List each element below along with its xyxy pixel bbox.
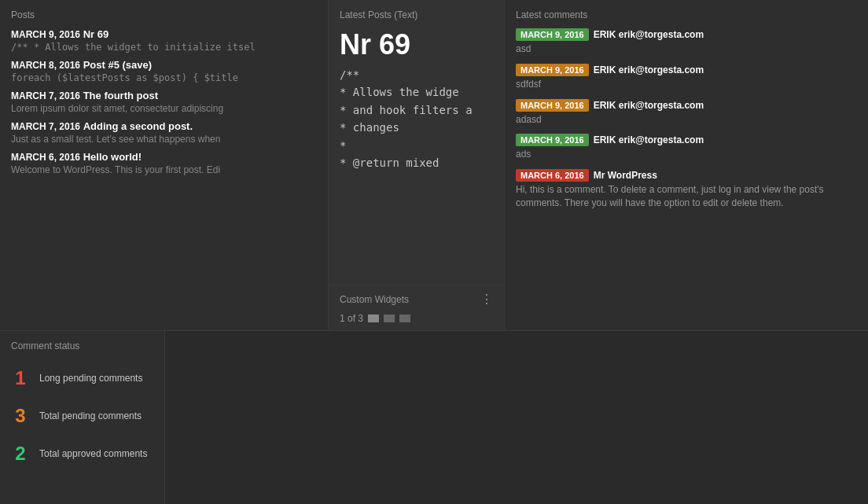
comment-date-badge: MARCH 6, 2016 xyxy=(516,169,589,182)
code-line: /** xyxy=(340,66,493,83)
post-title[interactable]: Hello world! xyxy=(83,151,142,163)
latest-posts-code: /** * Allows the widge * and hook filter… xyxy=(340,66,493,171)
post-item-header: MARCH 7, 2016 The fourth post xyxy=(11,90,317,101)
status-label: Total approved comments xyxy=(39,448,147,459)
comment-text: Hi, this is a comment. To delete a comme… xyxy=(516,183,857,210)
custom-widgets-label: Custom Widgets xyxy=(340,294,409,305)
comment-item: MARCH 9, 2016 ERIK erik@torgesta.com asd xyxy=(516,28,857,56)
post-title[interactable]: Post #5 (save) xyxy=(83,59,152,71)
comment-item: MARCH 9, 2016 ERIK erik@torgesta.com ada… xyxy=(516,99,857,127)
status-item: 1 Long pending comments xyxy=(11,359,153,397)
post-item-header: MARCH 6, 2016 Hello world! xyxy=(11,151,317,163)
pagination-row: 1 of 3 xyxy=(329,310,504,330)
bottom-right-empty xyxy=(165,330,868,504)
post-date: MARCH 9, 2016 xyxy=(11,29,80,40)
code-line: * changes xyxy=(340,119,493,136)
comment-text: sdfdsf xyxy=(516,78,857,91)
comment-header: MARCH 9, 2016 ERIK erik@torgesta.com xyxy=(516,64,857,76)
comments-list: MARCH 9, 2016 ERIK erik@torgesta.com asd… xyxy=(516,28,857,210)
pagination-dot-3[interactable] xyxy=(399,315,410,322)
latest-comments-panel: Latest comments MARCH 9, 2016 ERIK erik@… xyxy=(505,0,868,330)
comment-author: ERIK erik@torgesta.com xyxy=(594,134,704,145)
code-line: * xyxy=(340,137,493,154)
comment-author: ERIK erik@torgesta.com xyxy=(594,29,704,40)
code-line: * @return mixed xyxy=(340,154,493,171)
post-item: MARCH 7, 2016 Adding a second post. Just… xyxy=(11,120,317,145)
post-preview: Just as a small test. Let's see what hap… xyxy=(11,134,317,145)
status-label: Total pending comments xyxy=(39,410,142,421)
post-item: MARCH 7, 2016 The fourth post Lorem ipsu… xyxy=(11,90,317,114)
post-preview: Welcome to WordPress. This is your first… xyxy=(11,164,317,175)
status-item: 3 Total pending comments xyxy=(11,397,153,435)
latest-posts-bottom: Custom Widgets ⋮ 1 of 3 xyxy=(329,285,504,330)
post-item-header: MARCH 8, 2016 Post #5 (save) xyxy=(11,59,317,71)
comment-item: MARCH 9, 2016 ERIK erik@torgesta.com ads xyxy=(516,134,857,161)
main-layout: Posts MARCH 9, 2016 Nr 69 /** * Allows t… xyxy=(0,0,868,504)
comment-status-panel: Comment status 1 Long pending comments 3… xyxy=(0,330,165,504)
pagination-dot-1[interactable] xyxy=(368,315,379,322)
post-title[interactable]: Adding a second post. xyxy=(83,120,193,132)
status-label: Long pending comments xyxy=(39,373,142,384)
latest-comments-title: Latest comments xyxy=(516,9,857,20)
comment-text: adasd xyxy=(516,113,857,127)
status-number: 1 xyxy=(11,367,30,389)
code-line: * Allows the widge xyxy=(340,83,493,101)
post-item-header: MARCH 9, 2016 Nr 69 xyxy=(11,28,317,40)
custom-widgets-menu-icon[interactable]: ⋮ xyxy=(480,292,493,307)
status-list: 1 Long pending comments 3 Total pending … xyxy=(11,359,153,473)
post-preview: /** * Allows the widget to initialize it… xyxy=(11,42,317,53)
status-number: 3 xyxy=(11,405,30,427)
comment-date-badge: MARCH 9, 2016 xyxy=(516,99,589,112)
post-item: MARCH 9, 2016 Nr 69 /** * Allows the wid… xyxy=(11,28,317,53)
post-title[interactable]: The fourth post xyxy=(83,90,158,101)
post-title[interactable]: Nr 69 xyxy=(83,28,109,40)
comment-status-title: Comment status xyxy=(11,340,153,351)
comment-author: ERIK erik@torgesta.com xyxy=(594,100,704,111)
post-date: MARCH 7, 2016 xyxy=(11,121,80,132)
comment-date-badge: MARCH 9, 2016 xyxy=(516,28,589,41)
latest-posts-number: Nr 69 xyxy=(340,28,493,61)
bottom-row: Comment status 1 Long pending comments 3… xyxy=(0,330,868,504)
posts-panel-title: Posts xyxy=(11,9,317,20)
post-preview: foreach ($latestPosts as $post) { $title xyxy=(11,72,317,83)
post-date: MARCH 8, 2016 xyxy=(11,60,80,71)
comment-text: asd xyxy=(516,42,857,56)
comment-header: MARCH 9, 2016 ERIK erik@torgesta.com xyxy=(516,134,857,146)
latest-posts-text-title: Latest Posts (Text) xyxy=(340,9,493,20)
code-line: * and hook filters a xyxy=(340,101,493,119)
post-date: MARCH 6, 2016 xyxy=(11,152,80,163)
status-number: 2 xyxy=(11,443,30,465)
comment-header: MARCH 9, 2016 ERIK erik@torgesta.com xyxy=(516,28,857,41)
comment-header: MARCH 6, 2016 Mr WordPress xyxy=(516,169,857,182)
post-preview: Lorem ipsum dolor sit amet, consectetur … xyxy=(11,103,317,114)
latest-posts-text-panel: Latest Posts (Text) Nr 69 /** * Allows t… xyxy=(329,0,505,330)
post-item: MARCH 6, 2016 Hello world! Welcome to Wo… xyxy=(11,151,317,175)
post-item: MARCH 8, 2016 Post #5 (save) foreach ($l… xyxy=(11,59,317,83)
comment-author: Mr WordPress xyxy=(594,170,657,181)
comment-text: ads xyxy=(516,148,857,161)
comment-item: MARCH 9, 2016 ERIK erik@torgesta.com sdf… xyxy=(516,64,857,91)
post-item-header: MARCH 7, 2016 Adding a second post. xyxy=(11,120,317,132)
comment-item: MARCH 6, 2016 Mr WordPress Hi, this is a… xyxy=(516,169,857,210)
comment-author: ERIK erik@torgesta.com xyxy=(594,64,704,75)
pagination-text: 1 of 3 xyxy=(340,313,363,324)
comment-header: MARCH 9, 2016 ERIK erik@torgesta.com xyxy=(516,99,857,112)
posts-panel: Posts MARCH 9, 2016 Nr 69 /** * Allows t… xyxy=(0,0,329,330)
comment-date-badge: MARCH 9, 2016 xyxy=(516,134,589,146)
comment-date-badge: MARCH 9, 2016 xyxy=(516,64,589,76)
posts-list: MARCH 9, 2016 Nr 69 /** * Allows the wid… xyxy=(11,28,317,175)
status-item: 2 Total approved comments xyxy=(11,435,153,473)
top-row: Posts MARCH 9, 2016 Nr 69 /** * Allows t… xyxy=(0,0,868,330)
pagination-dot-2[interactable] xyxy=(384,315,395,322)
custom-widgets-row: Custom Widgets ⋮ xyxy=(329,285,504,310)
post-date: MARCH 7, 2016 xyxy=(11,90,80,101)
